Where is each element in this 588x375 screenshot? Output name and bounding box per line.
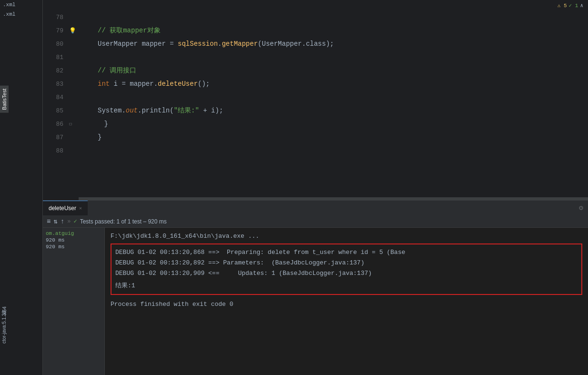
debug-line-3: DEBUG 01-02 00:13:20,909 <== Updates: 1 …: [115, 268, 578, 279]
time-label: om.atguig: [46, 231, 101, 236]
line-number: 83: [43, 81, 69, 88]
scroll-up-icon[interactable]: ↑: [61, 218, 64, 225]
sort-icon[interactable]: ⇅: [53, 217, 57, 225]
code-line-83: 83 int i = mapper.deleteUser();: [43, 77, 588, 91]
line-content: }: [79, 133, 101, 141]
sidebar-file-2[interactable]: .xml: [0, 10, 42, 19]
top-info-bar: ⚠ 5 ✓ 1 ∧: [43, 0, 588, 10]
test-check-icon: ✓: [73, 218, 77, 225]
time-column: om.atguig 920 ms 920 ms: [43, 228, 105, 375]
console-path-line: F:\jdk\jdk1.8.0_161_x64\bin\java.exe ...: [105, 230, 588, 242]
panel-content-area: om.atguig 920 ms 920 ms F:\jdk\jdk1.8.0_…: [43, 228, 588, 375]
list-view-icon[interactable]: ≡: [47, 218, 51, 225]
line-number: 82: [43, 67, 69, 74]
fold-gutter-icon[interactable]: ◻: [69, 121, 79, 127]
bottom-panel: deleteUser ✕ ⚙ ≡ ⇅ ↑ » ✓ Tests passed: 1…: [43, 200, 588, 375]
line-number: 81: [43, 54, 69, 61]
line-content: // 获取mapper对象: [79, 26, 161, 35]
code-line-79: 79 💡 // 获取mapper对象: [43, 24, 588, 37]
line-content: // 调用接口: [79, 66, 136, 75]
line-number: 85: [43, 107, 69, 114]
side-version-label: ctor-java:5.1.20: [0, 308, 8, 346]
time-value-1: 920 ms: [46, 237, 101, 243]
code-line-82: 82 // 调用接口: [43, 64, 588, 77]
debug-output-box: DEBUG 01-02 00:13:20,868 ==> Preparing: …: [111, 243, 582, 295]
test-status-text: Tests passed: 1 of 1 test – 920 ms: [80, 218, 167, 225]
panel-tab-label: deleteUser: [49, 205, 76, 212]
code-lines-container: 78 79 💡 // 获取mapper对象 80 UserMapper mapp…: [43, 10, 588, 197]
result-line: 结果:1: [115, 279, 578, 291]
panel-tab-deleteuser[interactable]: deleteUser ✕: [43, 201, 88, 215]
debug-line-2: DEBUG 01-02 00:13:20,892 ==> Parameters:…: [115, 258, 578, 268]
sidebar-file-1[interactable]: .xml: [0, 0, 42, 10]
code-line-85: 85 System.out.println("结果:" + i);: [43, 104, 588, 117]
line-content: }: [79, 120, 108, 128]
code-line-87: 87 }: [43, 131, 588, 144]
code-line-84: 84: [43, 91, 588, 104]
code-line-80: 80 UserMapper mapper = sqlSession.getMap…: [43, 37, 588, 51]
close-icon[interactable]: ✕: [79, 205, 82, 211]
side-tab-batistest[interactable]: BatisTest: [0, 86, 9, 113]
chevron-icon[interactable]: ∧: [580, 2, 583, 9]
check-badge: ✓ 1: [569, 2, 578, 9]
line-number: 80: [43, 41, 69, 48]
line-number: 87: [43, 134, 69, 141]
code-line-78: 78: [43, 10, 588, 24]
code-line-88: 88: [43, 144, 588, 157]
panel-tab-row: deleteUser ✕ ⚙: [43, 200, 588, 215]
line-number: 84: [43, 94, 69, 101]
line-content: UserMapper mapper = sqlSession.getMapper…: [79, 40, 334, 48]
line-number: 88: [43, 147, 69, 154]
time-value-2: 920 ms: [46, 244, 101, 250]
console-output[interactable]: F:\jdk\jdk1.8.0_161_x64\bin\java.exe ...…: [105, 228, 588, 375]
warning-badge: ⚠ 5: [558, 2, 567, 9]
code-editor: ⚠ 5 ✓ 1 ∧ 78 79 💡 // 获取mapper对象: [43, 0, 588, 200]
line-content: int i = mapper.deleteUser();: [79, 80, 210, 88]
line-content: System.out.println("结果:" + i);: [79, 106, 223, 115]
code-line-81: 81: [43, 51, 588, 64]
code-line-86: 86 ◻ }: [43, 117, 588, 131]
separator-icon: »: [67, 218, 71, 225]
line-number: 86: [43, 121, 69, 128]
gear-settings-icon[interactable]: ⚙: [579, 203, 583, 213]
panel-toolbar: ≡ ⇅ ↑ » ✓ Tests passed: 1 of 1 test – 92…: [43, 215, 588, 228]
process-finished-line: Process finished with exit code 0: [105, 297, 588, 312]
left-sidebar: .xml .xml BatisTest x64 ctor-java:5.1.20: [0, 0, 43, 375]
debug-line-1: DEBUG 01-02 00:13:20,868 ==> Preparing: …: [115, 247, 578, 258]
line-number: 79: [43, 27, 69, 34]
bulb-gutter-icon: 💡: [69, 27, 79, 34]
line-number: 78: [43, 14, 69, 21]
